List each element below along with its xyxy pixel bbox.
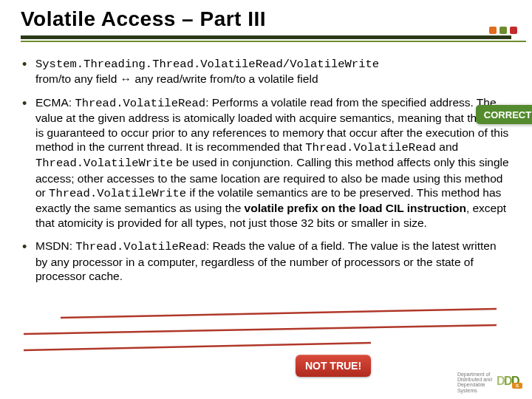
bullet-1: System.Threading.Thread.VolatileRead/Vol… bbox=[21, 56, 511, 86]
svg-line-1 bbox=[24, 325, 497, 334]
dot-red-icon bbox=[510, 27, 517, 34]
slide: Volatile Access – Part III System.Thread… bbox=[0, 0, 532, 399]
ecma-and: and bbox=[436, 140, 458, 153]
footer-line3: Dependable bbox=[457, 382, 492, 387]
correct-badge: CORRECT bbox=[476, 105, 532, 124]
footer-line2: Distributed and bbox=[457, 377, 492, 382]
footer: Department of Distributed and Dependable… bbox=[457, 372, 523, 393]
ecma-code-2: Thread.VolatileRead bbox=[305, 141, 436, 154]
bullet-1-sub: from/to any field ↔ any read/write from/… bbox=[35, 72, 318, 85]
footer-line1: Department of bbox=[457, 372, 492, 377]
ecma-code-1: Thread.VolatileRead bbox=[75, 97, 205, 110]
bullet-1-code: System.Threading.Thread.VolatileRead/Vol… bbox=[35, 58, 379, 71]
accent-dots bbox=[489, 27, 517, 34]
ecma-code-3: Thread.VolatileWrite bbox=[35, 157, 173, 170]
ecma-code-4: Thread.VolatileWrite bbox=[49, 187, 186, 200]
strikethrough-icon bbox=[16, 306, 504, 365]
svg-line-0 bbox=[61, 309, 497, 318]
bullet-list: System.Threading.Thread.VolatileRead/Vol… bbox=[21, 56, 511, 283]
bullet-3-msdn: MSDN: Thread.VolatileRead: Reads the val… bbox=[21, 239, 511, 283]
rule-line bbox=[21, 41, 526, 42]
ecma-bold: volatile prefix on the load CIL instruct… bbox=[245, 202, 466, 214]
ecma-label: ECMA: bbox=[35, 96, 75, 109]
msdn-code: Thread.VolatileRead bbox=[75, 240, 206, 253]
dot-green-icon bbox=[499, 27, 507, 34]
bullet-2-ecma: ECMA: Thread.VolatileRead: Performs a vo… bbox=[21, 95, 511, 230]
dot-orange-icon bbox=[489, 27, 497, 34]
footer-line4: Systems bbox=[457, 388, 492, 393]
title-rule bbox=[21, 35, 511, 46]
d3s-logo-icon: D D D S bbox=[497, 375, 523, 389]
msdn-label: MSDN: bbox=[35, 239, 75, 252]
footer-text: Department of Distributed and Dependable… bbox=[457, 372, 492, 393]
logo-s: S bbox=[512, 383, 522, 389]
rule-bar bbox=[21, 35, 511, 39]
svg-line-2 bbox=[24, 343, 371, 350]
slide-title: Volatile Access – Part III bbox=[21, 7, 511, 31]
not-true-badge: NOT TRUE! bbox=[296, 355, 371, 377]
